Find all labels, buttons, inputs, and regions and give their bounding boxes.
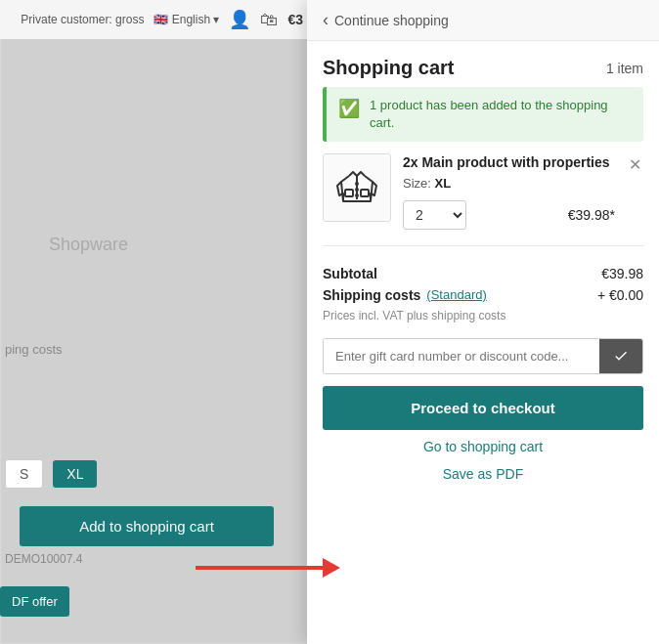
item-price: €39.98* bbox=[568, 207, 615, 223]
shipping-value: + €0.00 bbox=[597, 287, 643, 303]
top-bar: Private customer: gross 🇬🇧 English ▾ 👤 🛍… bbox=[0, 0, 313, 39]
item-details: 2x Main product with properties Size: XL… bbox=[403, 153, 615, 229]
shopware-label: Shopware bbox=[49, 235, 128, 255]
go-to-cart-row: Go to shopping cart bbox=[307, 438, 659, 455]
customer-type: Private customer: gross bbox=[21, 13, 144, 26]
svg-point-2 bbox=[356, 189, 358, 191]
subtotal-row: Subtotal €39.98 bbox=[323, 266, 643, 281]
add-to-cart-bg-button[interactable]: Add to shopping cart bbox=[20, 506, 274, 546]
size-xl-button[interactable]: XL bbox=[53, 460, 97, 488]
continue-shopping-text: Continue shopping bbox=[334, 13, 449, 28]
subtotal-label: Subtotal bbox=[323, 266, 377, 281]
item-qty-price-row: 2 1 3 4 5 €39.98* bbox=[403, 200, 615, 230]
remove-item-button[interactable]: ✕ bbox=[627, 153, 643, 176]
discount-code-input[interactable] bbox=[324, 339, 599, 373]
size-label: Size: bbox=[403, 176, 431, 191]
chevron-left-icon: ‹ bbox=[323, 10, 329, 30]
shipping-row: Shipping costs (Standard) + €0.00 bbox=[323, 287, 643, 303]
checkout-button[interactable]: Proceed to checkout bbox=[323, 386, 643, 430]
success-banner: ✅ 1 product has been added to the shoppi… bbox=[323, 87, 643, 142]
pdf-offer-button[interactable]: DF offer bbox=[0, 586, 69, 617]
demo-id: DEMO10007.4 bbox=[5, 552, 82, 566]
language-selector: 🇬🇧 English ▾ bbox=[154, 13, 219, 26]
background-content: Shopware ping costs S XL Add to shopping… bbox=[0, 39, 313, 644]
arrow-line bbox=[196, 566, 323, 570]
arrow-head bbox=[323, 558, 340, 578]
totals-section: Subtotal €39.98 Shipping costs (Standard… bbox=[307, 258, 659, 338]
cart-item-count: 1 item bbox=[606, 61, 643, 76]
size-buttons: S XL bbox=[0, 459, 293, 489]
shipping-label: Shipping costs bbox=[323, 287, 420, 303]
success-message: 1 product has been added to the shopping… bbox=[370, 97, 632, 132]
svg-rect-4 bbox=[345, 190, 353, 196]
discount-apply-button[interactable] bbox=[599, 339, 642, 373]
cart-icon: 🛍 bbox=[260, 10, 278, 30]
discount-code-row bbox=[323, 338, 643, 374]
size-s-button[interactable]: S bbox=[5, 459, 43, 489]
shipping-costs-label: ping costs bbox=[0, 342, 63, 357]
shipping-type-link[interactable]: (Standard) bbox=[426, 287, 486, 302]
cart-item: 2x Main product with properties Size: XL… bbox=[323, 153, 643, 245]
jacket-icon bbox=[333, 164, 380, 211]
subtotal-value: €39.98 bbox=[601, 266, 643, 281]
cart-title-row: Shopping cart 1 item bbox=[307, 41, 659, 87]
item-name: 2x Main product with properties bbox=[403, 153, 615, 171]
item-size-row: Size: XL bbox=[403, 176, 615, 191]
shipping-label-group: Shipping costs (Standard) bbox=[323, 287, 487, 303]
success-check-icon: ✅ bbox=[338, 98, 360, 119]
shopping-cart-panel: ‹ Continue shopping Shopping cart 1 item… bbox=[307, 0, 659, 644]
continue-shopping-link[interactable]: ‹ Continue shopping bbox=[307, 0, 659, 41]
checkmark-icon bbox=[613, 348, 629, 364]
svg-point-1 bbox=[356, 183, 358, 185]
svg-point-3 bbox=[356, 194, 358, 196]
size-value: XL bbox=[435, 176, 452, 191]
save-pdf-row: Save as PDF bbox=[307, 465, 659, 483]
cart-title: Shopping cart bbox=[323, 57, 454, 79]
quantity-select[interactable]: 2 1 3 4 5 bbox=[403, 200, 466, 230]
arrow-indicator bbox=[196, 558, 340, 578]
item-image bbox=[323, 153, 391, 222]
cart-amount: €3 bbox=[287, 12, 303, 27]
svg-rect-5 bbox=[361, 190, 369, 196]
go-to-cart-link[interactable]: Go to shopping cart bbox=[423, 439, 543, 454]
user-icon: 👤 bbox=[229, 9, 250, 30]
vat-note: Prices incl. VAT plus shipping costs bbox=[323, 309, 643, 322]
save-pdf-link[interactable]: Save as PDF bbox=[443, 466, 523, 482]
